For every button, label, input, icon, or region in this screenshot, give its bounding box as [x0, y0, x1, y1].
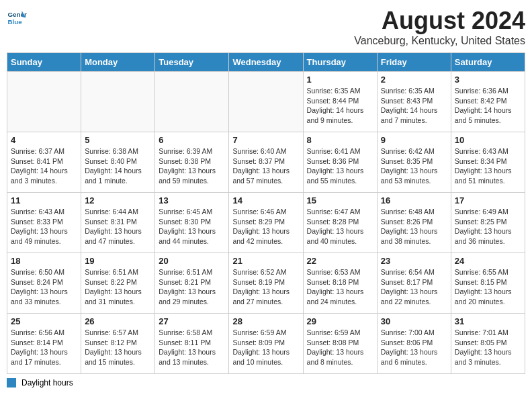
day-info: Sunrise: 6:41 AM Sunset: 8:36 PM Dayligh… [307, 146, 373, 186]
calendar-cell: 4Sunrise: 6:37 AM Sunset: 8:41 PM Daylig… [7, 132, 81, 193]
day-number: 29 [307, 316, 373, 326]
calendar-cell: 1Sunrise: 6:35 AM Sunset: 8:44 PM Daylig… [303, 72, 377, 132]
calendar-cell: 13Sunrise: 6:45 AM Sunset: 8:30 PM Dayli… [155, 193, 229, 253]
day-number: 9 [381, 135, 447, 145]
day-number: 2 [381, 75, 447, 85]
day-info: Sunrise: 6:53 AM Sunset: 8:18 PM Dayligh… [307, 267, 373, 307]
day-number: 27 [159, 316, 225, 326]
calendar-cell: 14Sunrise: 6:46 AM Sunset: 8:29 PM Dayli… [229, 193, 303, 253]
day-info: Sunrise: 6:43 AM Sunset: 8:33 PM Dayligh… [11, 207, 77, 246]
month-title: August 2024 [354, 7, 525, 35]
day-info: Sunrise: 6:56 AM Sunset: 8:14 PM Dayligh… [11, 328, 77, 367]
day-info: Sunrise: 6:46 AM Sunset: 8:29 PM Dayligh… [232, 207, 299, 246]
calendar-cell [229, 72, 303, 132]
day-info: Sunrise: 6:40 AM Sunset: 8:37 PM Dayligh… [232, 146, 299, 186]
calendar-cell: 10Sunrise: 6:43 AM Sunset: 8:34 PM Dayli… [451, 132, 525, 193]
calendar-table: SundayMondayTuesdayWednesdayThursdayFrid… [7, 52, 525, 374]
calendar-cell: 6Sunrise: 6:39 AM Sunset: 8:38 PM Daylig… [155, 132, 229, 193]
day-number: 3 [455, 75, 521, 85]
day-number: 16 [381, 195, 447, 205]
calendar-cell: 5Sunrise: 6:38 AM Sunset: 8:40 PM Daylig… [81, 132, 155, 193]
day-header-monday: Monday [81, 53, 155, 72]
footer: Daylight hours [7, 378, 525, 387]
location-title: Vanceburg, Kentucky, United States [354, 35, 525, 47]
calendar-cell: 12Sunrise: 6:44 AM Sunset: 8:31 PM Dayli… [81, 193, 155, 253]
day-info: Sunrise: 6:47 AM Sunset: 8:28 PM Dayligh… [307, 207, 373, 246]
svg-text:Blue: Blue [8, 18, 23, 26]
calendar-cell: 19Sunrise: 6:51 AM Sunset: 8:22 PM Dayli… [81, 253, 155, 314]
calendar-week-5: 25Sunrise: 6:56 AM Sunset: 8:14 PM Dayli… [7, 314, 525, 374]
day-number: 7 [232, 135, 299, 145]
day-info: Sunrise: 6:51 AM Sunset: 8:22 PM Dayligh… [85, 267, 151, 307]
day-info: Sunrise: 6:59 AM Sunset: 8:08 PM Dayligh… [307, 328, 373, 367]
calendar-cell: 3Sunrise: 6:36 AM Sunset: 8:42 PM Daylig… [451, 72, 525, 132]
logo-icon: General Blue [7, 7, 27, 27]
day-number: 17 [455, 195, 521, 205]
calendar-week-4: 18Sunrise: 6:50 AM Sunset: 8:24 PM Dayli… [7, 253, 525, 314]
day-number: 18 [11, 256, 77, 266]
calendar-cell: 7Sunrise: 6:40 AM Sunset: 8:37 PM Daylig… [229, 132, 303, 193]
day-number: 12 [85, 195, 151, 205]
day-number: 28 [232, 316, 299, 326]
calendar-cell: 30Sunrise: 7:00 AM Sunset: 8:06 PM Dayli… [377, 314, 451, 374]
day-info: Sunrise: 6:55 AM Sunset: 8:15 PM Dayligh… [455, 267, 521, 307]
day-number: 4 [11, 135, 77, 145]
day-number: 22 [307, 256, 373, 266]
day-info: Sunrise: 6:49 AM Sunset: 8:25 PM Dayligh… [455, 207, 521, 246]
day-info: Sunrise: 6:58 AM Sunset: 8:11 PM Dayligh… [159, 328, 225, 367]
day-number: 5 [85, 135, 151, 145]
calendar-cell: 26Sunrise: 6:57 AM Sunset: 8:12 PM Dayli… [81, 314, 155, 374]
calendar-week-1: 1Sunrise: 6:35 AM Sunset: 8:44 PM Daylig… [7, 72, 525, 132]
day-info: Sunrise: 6:35 AM Sunset: 8:44 PM Dayligh… [307, 86, 373, 126]
day-info: Sunrise: 6:45 AM Sunset: 8:30 PM Dayligh… [159, 207, 225, 246]
day-number: 15 [307, 195, 373, 205]
day-header-friday: Friday [377, 53, 451, 72]
calendar-cell: 21Sunrise: 6:52 AM Sunset: 8:19 PM Dayli… [229, 253, 303, 314]
day-number: 8 [307, 135, 373, 145]
day-info: Sunrise: 6:38 AM Sunset: 8:40 PM Dayligh… [85, 146, 151, 186]
page-header: General Blue August 2024 Vanceburg, Kent… [7, 7, 525, 47]
calendar-cell: 31Sunrise: 7:01 AM Sunset: 8:05 PM Dayli… [451, 314, 525, 374]
day-info: Sunrise: 6:59 AM Sunset: 8:09 PM Dayligh… [232, 328, 299, 367]
calendar-cell: 9Sunrise: 6:42 AM Sunset: 8:35 PM Daylig… [377, 132, 451, 193]
day-number: 11 [11, 195, 77, 205]
day-number: 23 [381, 256, 447, 266]
day-header-wednesday: Wednesday [229, 53, 303, 72]
day-info: Sunrise: 7:00 AM Sunset: 8:06 PM Dayligh… [381, 328, 447, 367]
day-number: 26 [85, 316, 151, 326]
day-info: Sunrise: 6:35 AM Sunset: 8:43 PM Dayligh… [381, 86, 447, 126]
day-number: 31 [455, 316, 521, 326]
calendar-cell: 16Sunrise: 6:48 AM Sunset: 8:26 PM Dayli… [377, 193, 451, 253]
day-info: Sunrise: 6:44 AM Sunset: 8:31 PM Dayligh… [85, 207, 151, 246]
calendar-cell: 22Sunrise: 6:53 AM Sunset: 8:18 PM Dayli… [303, 253, 377, 314]
calendar-week-3: 11Sunrise: 6:43 AM Sunset: 8:33 PM Dayli… [7, 193, 525, 253]
calendar-cell: 28Sunrise: 6:59 AM Sunset: 8:09 PM Dayli… [229, 314, 303, 374]
calendar-cell: 27Sunrise: 6:58 AM Sunset: 8:11 PM Dayli… [155, 314, 229, 374]
calendar-cell [155, 72, 229, 132]
day-info: Sunrise: 6:57 AM Sunset: 8:12 PM Dayligh… [85, 328, 151, 367]
day-info: Sunrise: 6:52 AM Sunset: 8:19 PM Dayligh… [232, 267, 299, 307]
legend-box [7, 378, 16, 387]
calendar-cell: 20Sunrise: 6:51 AM Sunset: 8:21 PM Dayli… [155, 253, 229, 314]
day-header-tuesday: Tuesday [155, 53, 229, 72]
calendar-body: 1Sunrise: 6:35 AM Sunset: 8:44 PM Daylig… [7, 72, 525, 374]
calendar-cell: 15Sunrise: 6:47 AM Sunset: 8:28 PM Dayli… [303, 193, 377, 253]
day-info: Sunrise: 6:48 AM Sunset: 8:26 PM Dayligh… [381, 207, 447, 246]
day-header-thursday: Thursday [303, 53, 377, 72]
day-number: 24 [455, 256, 521, 266]
day-number: 19 [85, 256, 151, 266]
day-number: 13 [159, 195, 225, 205]
day-info: Sunrise: 6:36 AM Sunset: 8:42 PM Dayligh… [455, 86, 521, 126]
calendar-header-row: SundayMondayTuesdayWednesdayThursdayFrid… [7, 53, 525, 72]
day-info: Sunrise: 6:43 AM Sunset: 8:34 PM Dayligh… [455, 146, 521, 186]
day-info: Sunrise: 6:51 AM Sunset: 8:21 PM Dayligh… [159, 267, 225, 307]
day-header-saturday: Saturday [451, 53, 525, 72]
legend-label: Daylight hours [21, 378, 73, 387]
calendar-week-2: 4Sunrise: 6:37 AM Sunset: 8:41 PM Daylig… [7, 132, 525, 193]
calendar-cell: 23Sunrise: 6:54 AM Sunset: 8:17 PM Dayli… [377, 253, 451, 314]
day-number: 14 [232, 195, 299, 205]
day-info: Sunrise: 6:42 AM Sunset: 8:35 PM Dayligh… [381, 146, 447, 186]
day-info: Sunrise: 6:37 AM Sunset: 8:41 PM Dayligh… [11, 146, 77, 186]
day-number: 6 [159, 135, 225, 145]
day-number: 21 [232, 256, 299, 266]
